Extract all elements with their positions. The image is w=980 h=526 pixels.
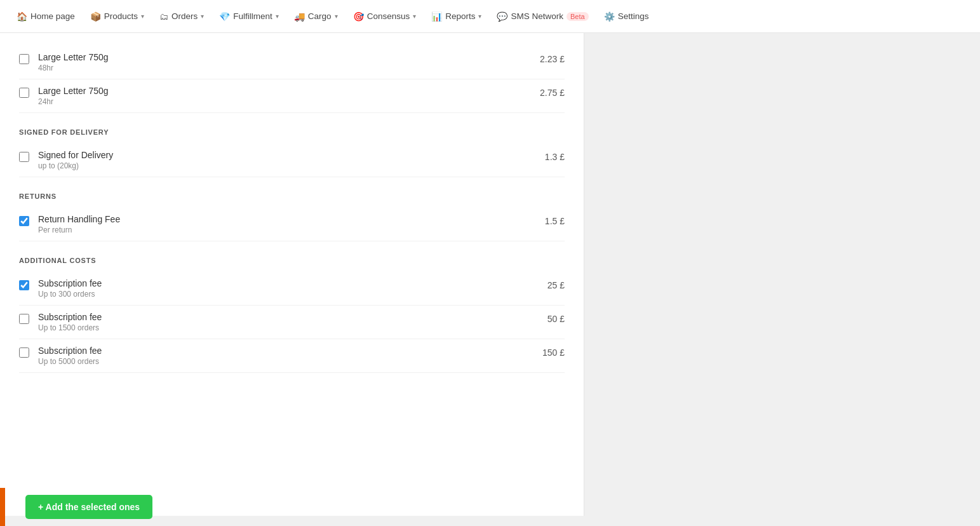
consensus-chevron-icon: ▾ <box>413 13 416 20</box>
item-sub-sub-5000: Up to 5000 orders <box>38 357 542 366</box>
left-accent-bar <box>0 488 5 526</box>
nav-item-consensus[interactable]: 🎯Consensus▾ <box>347 8 423 25</box>
item-sub-sub-300: Up to 300 orders <box>38 290 547 299</box>
orders-chevron-icon: ▾ <box>201 13 204 20</box>
nav-item-reports[interactable]: 📊Reports▾ <box>425 8 488 25</box>
nav-item-homepage[interactable]: 🏠Home page <box>10 8 81 25</box>
item-price-ll750-24: 2.75 £ <box>540 86 565 98</box>
nav-item-fulfillment[interactable]: 💎Fulfillment▾ <box>213 8 285 25</box>
card: Large Letter 750g48hr2.23 £Large Letter … <box>0 33 584 516</box>
orders-icon: 🗂 <box>159 11 168 22</box>
list-item: Large Letter 750g24hr2.75 £ <box>19 79 565 113</box>
item-info-sub-300: Subscription feeUp to 300 orders <box>38 278 547 299</box>
item-name-return-handling: Return Handling Fee <box>38 214 545 224</box>
consensus-label: Consensus <box>367 11 410 21</box>
checkbox-ll750-48[interactable] <box>19 54 29 64</box>
list-item: Subscription feeUp to 5000 orders150 £ <box>19 339 565 373</box>
products-icon: 📦 <box>90 11 101 22</box>
nav-item-products[interactable]: 📦Products▾ <box>84 8 151 25</box>
item-price-sfd: 1.3 £ <box>545 150 565 162</box>
list-item: Large Letter 750g48hr2.23 £ <box>19 46 565 79</box>
item-sub-sfd: up to (20kg) <box>38 161 545 170</box>
item-price-sub-300: 25 £ <box>547 278 565 290</box>
fulfillment-chevron-icon: ▾ <box>276 13 279 20</box>
reports-chevron-icon: ▾ <box>478 13 481 20</box>
item-info-sub-5000: Subscription feeUp to 5000 orders <box>38 346 542 366</box>
main-content: Large Letter 750g48hr2.23 £Large Letter … <box>0 33 980 516</box>
checkbox-ll750-24[interactable] <box>19 88 29 98</box>
nav-item-orders[interactable]: 🗂Orders▾ <box>153 8 210 25</box>
add-selected-button[interactable]: + Add the selected ones <box>25 495 152 519</box>
item-price-sub-5000: 150 £ <box>542 346 565 358</box>
homepage-icon: 🏠 <box>17 11 27 22</box>
item-price-sub-1500: 50 £ <box>547 312 565 324</box>
homepage-label: Home page <box>30 11 75 21</box>
item-name-ll750-48: Large Letter 750g <box>38 52 540 62</box>
consensus-icon: 🎯 <box>353 11 364 22</box>
item-name-sfd: Signed for Delivery <box>38 150 545 160</box>
checkbox-sub-1500[interactable] <box>19 314 29 324</box>
list-item: Subscription feeUp to 300 orders25 £ <box>19 272 565 306</box>
fulfillment-icon: 💎 <box>219 11 230 22</box>
nav-item-sms-network[interactable]: 💬SMS NetworkBeta <box>490 8 594 25</box>
checkbox-return-handling[interactable] <box>19 216 29 226</box>
item-sub-sub-1500: Up to 1500 orders <box>38 323 547 332</box>
cargo-label: Cargo <box>308 11 332 21</box>
section-title-additional-costs: ADDITIONAL COSTS <box>19 257 565 264</box>
item-name-sub-1500: Subscription fee <box>38 312 547 322</box>
checkbox-sub-300[interactable] <box>19 280 29 290</box>
section-title-returns: RETURNS <box>19 192 565 200</box>
item-name-sub-5000: Subscription fee <box>38 346 542 356</box>
item-price-return-handling: 1.5 £ <box>545 214 565 226</box>
bottom-bar: + Add the selected ones <box>0 488 165 526</box>
products-label: Products <box>104 11 138 21</box>
item-sub-return-handling: Per return <box>38 226 545 234</box>
item-info-ll750-48: Large Letter 750g48hr <box>38 52 540 72</box>
list-item: Subscription feeUp to 1500 orders50 £ <box>19 306 565 339</box>
item-name-ll750-24: Large Letter 750g <box>38 86 540 96</box>
item-info-return-handling: Return Handling FeePer return <box>38 214 545 234</box>
item-sub-ll750-48: 48hr <box>38 64 540 72</box>
item-sub-ll750-24: 24hr <box>38 97 540 106</box>
reports-label: Reports <box>445 11 475 21</box>
item-info-sfd: Signed for Deliveryup to (20kg) <box>38 150 545 170</box>
list-item: Signed for Deliveryup to (20kg)1.3 £ <box>19 144 565 177</box>
cargo-icon: 🚚 <box>294 11 305 22</box>
checkbox-sfd[interactable] <box>19 152 29 162</box>
checkbox-sub-5000[interactable] <box>19 347 29 358</box>
sms-network-icon: 💬 <box>497 11 507 22</box>
item-info-sub-1500: Subscription feeUp to 1500 orders <box>38 312 547 332</box>
item-price-ll750-48: 2.23 £ <box>540 52 565 64</box>
settings-icon: ⚙️ <box>604 11 615 22</box>
nav-item-settings[interactable]: ⚙️Settings <box>598 8 655 25</box>
section-title-signed-for-delivery: SIGNED FOR DELIVERY <box>19 128 565 136</box>
sms-network-label: SMS Network <box>511 11 563 21</box>
sms-network-badge: Beta <box>567 12 589 21</box>
reports-icon: 📊 <box>431 11 442 22</box>
products-chevron-icon: ▾ <box>141 13 144 20</box>
item-name-sub-300: Subscription fee <box>38 278 547 288</box>
item-info-ll750-24: Large Letter 750g24hr <box>38 86 540 106</box>
settings-label: Settings <box>618 11 649 21</box>
list-item: Return Handling FeePer return1.5 £ <box>19 208 565 241</box>
orders-label: Orders <box>171 11 198 21</box>
navbar: 🏠Home page📦Products▾🗂Orders▾💎Fulfillment… <box>0 0 980 33</box>
cargo-chevron-icon: ▾ <box>335 13 338 20</box>
fulfillment-label: Fulfillment <box>233 11 272 21</box>
nav-item-cargo[interactable]: 🚚Cargo▾ <box>288 8 344 25</box>
